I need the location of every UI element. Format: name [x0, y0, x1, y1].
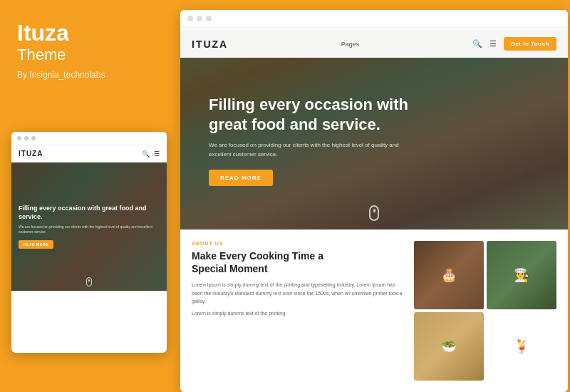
main-browser-mockup: ITUZA Pages 🔍 ☰ Get In Touch Filling eve… [180, 10, 568, 392]
mini-hero-cta[interactable]: READ MORE [19, 240, 53, 249]
about-title-line2: Special Moment [192, 263, 268, 274]
main-dot-3 [206, 16, 212, 21]
mini-nav-icons: 🔍 ☰ [142, 150, 160, 158]
left-panel: Ituza Theme By Insignia_technolabs ITUZA… [0, 0, 177, 392]
scroll-dot [373, 209, 375, 212]
content-left: ABOUT US Make Every Cooking Time a Speci… [192, 241, 405, 381]
about-label: ABOUT US [192, 241, 405, 246]
about-title-line1: Make Every Cooking Time a [192, 250, 323, 262]
mini-logo: ITUZA [19, 150, 43, 158]
scroll-indicator [369, 205, 379, 221]
mini-scroll-dot [88, 279, 90, 282]
mini-dot-3 [31, 136, 36, 140]
content-images-grid: 🎂 👨‍🍳 🥗 🍹 [414, 241, 556, 381]
about-paragraph-2: Lorem is simply dumms text of the printi… [192, 309, 405, 317]
food-image-4: 🍹 [487, 312, 556, 381]
mini-hero-title: Filling every occasion with great food a… [19, 205, 160, 221]
main-hero-title: Filling every occasion with great food a… [209, 95, 437, 134]
food-image-3: 🥗 [414, 312, 484, 381]
menu-icon[interactable]: ☰ [489, 39, 497, 48]
mini-browser-mockup: ITUZA 🔍 ☰ Filling every occasion with gr… [11, 132, 167, 353]
food-image-1: 🎂 [414, 241, 484, 309]
food-plate-icon-3: 🥗 [414, 312, 484, 381]
mini-scroll-indicator [86, 277, 92, 287]
food-plate-icon-4: 🍹 [487, 312, 556, 381]
brand-byline: By Insignia_technolabs [17, 70, 160, 80]
mini-browser-bar [11, 132, 167, 145]
mini-hero-subtitle: We are focused on providing our clients … [19, 225, 160, 234]
main-hero: Filling every occasion with great food a… [180, 30, 568, 229]
brand-subtitle: Theme [17, 46, 160, 64]
food-image-2: 👨‍🍳 [487, 241, 556, 309]
mini-dot-2 [24, 136, 28, 140]
nav-right: 🔍 ☰ Get In Touch [472, 37, 556, 51]
menu-icon: ☰ [154, 150, 160, 158]
mini-nav: ITUZA 🔍 ☰ [11, 145, 167, 163]
search-icon[interactable]: 🔍 [472, 39, 482, 48]
main-hero-subtitle: We are focused on providing our clients … [209, 141, 408, 160]
main-logo: ITUZA [192, 38, 228, 50]
main-hero-cta-button[interactable]: READ MORE [209, 170, 273, 186]
search-icon: 🔍 [142, 150, 150, 158]
food-plate-icon-2: 👨‍🍳 [487, 241, 556, 309]
main-content-section: ABOUT US Make Every Cooking Time a Speci… [180, 229, 568, 392]
about-paragraph-1: Lorem Ipsum is simply dummy text of the … [192, 281, 405, 305]
main-dot-2 [197, 16, 202, 21]
food-plate-icon-1: 🎂 [414, 241, 484, 309]
main-browser-bar [180, 10, 568, 28]
main-dot-1 [187, 16, 193, 21]
mini-hero: Filling every occasion with great food a… [11, 163, 167, 291]
nav-pages-label[interactable]: Pages [341, 41, 360, 48]
main-nav: ITUZA Pages 🔍 ☰ Get In Touch [180, 30, 568, 58]
get-in-touch-button[interactable]: Get In Touch [504, 37, 556, 51]
mini-dot-1 [17, 136, 21, 140]
about-title: Make Every Cooking Time a Special Moment [192, 249, 405, 275]
brand-title: Ituza [17, 21, 160, 44]
